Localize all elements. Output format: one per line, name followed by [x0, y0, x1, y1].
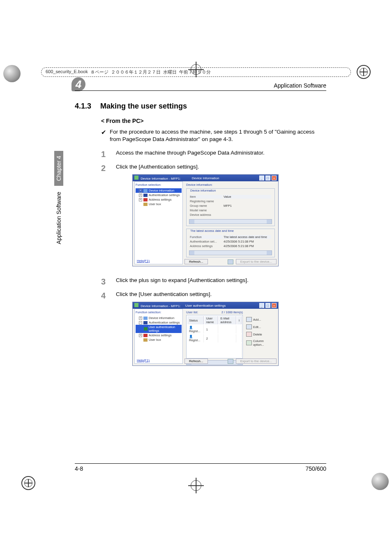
- help-link[interactable]: Help(F1): [137, 358, 150, 362]
- address-icon: [143, 334, 148, 337]
- step-2: 2 Click the [Authentication settings].: [101, 164, 326, 173]
- tree-user-box[interactable]: User box: [136, 202, 182, 206]
- tree-address-settings[interactable]: + Address settings: [136, 197, 182, 202]
- userlist-count: 2 / 1000 item(s): [221, 310, 243, 314]
- help-link[interactable]: Help(F1): [137, 259, 150, 263]
- close-button[interactable]: ×: [272, 176, 277, 180]
- add-button[interactable]: Add...: [246, 317, 275, 322]
- auth-icon: [143, 194, 148, 197]
- row-label: Device address: [190, 213, 223, 217]
- col-username[interactable]: User name: [205, 316, 218, 324]
- source-file-bar: 600_security_E.book ８ページ ２００６年１２月２７日 水曜日…: [41, 67, 351, 77]
- table-row[interactable]: 👤 Regist... 2: [187, 334, 242, 342]
- add-icon: [246, 317, 252, 322]
- export-button[interactable]: Export to the device...: [236, 358, 277, 364]
- file-page: ８ページ: [90, 69, 108, 75]
- window-title-left: Device Information - MFP1:: [141, 304, 180, 308]
- tree-address-settings[interactable]: + Address settings: [136, 333, 182, 338]
- refresh-button[interactable]: Refresh...: [184, 259, 208, 264]
- edit-button[interactable]: Edit...: [246, 324, 275, 329]
- footer-model: 750/600: [305, 465, 326, 472]
- crop-target-bottom: [191, 480, 201, 491]
- crop-ring-top-right: [357, 65, 371, 79]
- address-icon: [143, 198, 148, 201]
- tree-device-information[interactable]: + Device information: [136, 188, 182, 193]
- page-footer: 4-8 750/600: [75, 463, 326, 472]
- section-number: 4.1.3: [75, 102, 91, 111]
- groupbox-device-info: Device information ItemValue Registering…: [186, 188, 275, 226]
- maximize-button[interactable]: □: [265, 303, 270, 308]
- refresh-button[interactable]: Refresh...: [184, 358, 208, 364]
- step-1-text: Access the machine through PageScope Dat…: [116, 150, 265, 159]
- tree-label: Authentication settings: [149, 193, 180, 197]
- expand-icon[interactable]: +: [139, 317, 142, 320]
- expand-icon[interactable]: +: [139, 198, 142, 201]
- col-email[interactable]: E-Mail address: [219, 316, 236, 324]
- horizontal-scrollbar[interactable]: [189, 219, 272, 224]
- row-value: 4/25/2006 5:21:08 PM: [224, 240, 271, 243]
- left-panel: Function selection: + Device information…: [134, 181, 183, 264]
- window-buttons: _ □ ×: [259, 176, 277, 180]
- tree-device-information[interactable]: + Device information: [136, 316, 182, 320]
- expand-icon[interactable]: +: [139, 194, 142, 197]
- tree-user-box[interactable]: User box: [136, 338, 182, 342]
- screenshot-device-info: Device Information - MFP1: Device Inform…: [132, 174, 279, 266]
- row-label: Group name: [190, 204, 223, 208]
- bottom-button-row: Refresh... Export to the device...: [184, 358, 277, 364]
- col-status[interactable]: Status: [187, 316, 204, 324]
- device-info-table: ItemValue Registering name Group nameMFP…: [189, 194, 272, 217]
- col-extra[interactable]: I: [237, 316, 242, 324]
- tree-auth-settings[interactable]: + Authentication settings: [136, 193, 182, 197]
- cell-username: 1: [205, 325, 218, 333]
- tree-auth-settings[interactable]: − Authentication settings: [136, 320, 182, 325]
- user-list-table: Status User name E-Mail address I 👤 Regi…: [186, 315, 243, 358]
- maximize-button[interactable]: □: [265, 176, 270, 180]
- row-label: Address settings: [190, 244, 223, 248]
- window-titlebar: Device Information - MFP1: User authenti…: [133, 302, 278, 309]
- export-icon: [228, 359, 233, 364]
- horizontal-scrollbar[interactable]: [189, 250, 272, 255]
- device-icon: [143, 317, 148, 320]
- step-4-text: Click the [User authentication settings]…: [116, 291, 212, 301]
- step-4: 4 Click the [User authentication setting…: [101, 291, 326, 301]
- groupbox-title: The latest access date and time: [189, 229, 235, 233]
- left-panel-label: Function selection:: [136, 183, 182, 187]
- screenshot-user-auth: Device Information - MFP1: User authenti…: [132, 302, 279, 366]
- table-row[interactable]: 👤 Regist... 1: [187, 325, 242, 333]
- side-tab-text: Application Software: [55, 192, 62, 244]
- step-3-text: Click the plus sign to expand [Authentic…: [116, 277, 249, 287]
- window-titlebar: Device Information - MFP1: Device Inform…: [133, 175, 278, 181]
- row-label: Registering name: [190, 199, 223, 203]
- access-time-table: FunctionThe latest access date and time …: [189, 234, 272, 249]
- tree-label: Authentication settings: [149, 321, 180, 324]
- user-icon: 👤: [189, 326, 193, 329]
- collapse-icon[interactable]: −: [139, 321, 142, 324]
- side-button-column: Add... Edit... Delete Column option...: [246, 317, 275, 349]
- column-option-button[interactable]: Column option...: [246, 339, 275, 347]
- minimize-button[interactable]: _: [259, 176, 264, 180]
- col-function: Function: [190, 235, 223, 239]
- minimize-button[interactable]: _: [259, 303, 264, 308]
- row-label: Authentication set...: [190, 240, 223, 243]
- delete-button[interactable]: Delete: [246, 332, 275, 337]
- export-icon: [228, 259, 233, 264]
- close-button[interactable]: ×: [272, 303, 277, 308]
- box-icon: [143, 338, 148, 342]
- export-button[interactable]: Export to the device...: [236, 259, 277, 264]
- tree-user-auth-settings[interactable]: User authentication settings: [136, 325, 182, 333]
- header-title: Application Software: [274, 82, 326, 89]
- groupbox-access-time: The latest access date and time Function…: [186, 229, 275, 257]
- step-number-2: 2: [101, 164, 108, 173]
- tree-label: Address settings: [149, 333, 171, 337]
- section-title: Making the user settings: [100, 102, 187, 111]
- tree-label: Address settings: [149, 198, 171, 201]
- tree-label: User box: [149, 338, 161, 342]
- expand-icon[interactable]: +: [139, 334, 142, 337]
- left-panel-label: Function selection:: [136, 310, 182, 314]
- step-number-4: 4: [101, 291, 108, 301]
- box-icon: [143, 203, 148, 206]
- column-icon: [246, 340, 252, 345]
- expand-icon[interactable]: +: [139, 189, 142, 192]
- app-icon: [134, 303, 138, 307]
- tree-label: User box: [149, 202, 161, 206]
